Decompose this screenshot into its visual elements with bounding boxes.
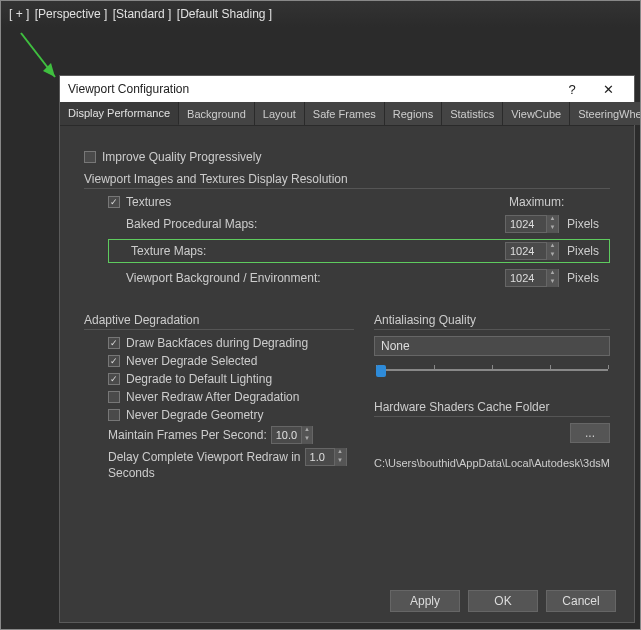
viewport-bg-value: 1024 bbox=[506, 272, 546, 284]
tab-background[interactable]: Background bbox=[179, 102, 255, 125]
apply-button[interactable]: Apply bbox=[390, 590, 460, 612]
fps-spinner[interactable]: 10.0▲▼ bbox=[271, 426, 313, 444]
never-redraw-label: Never Redraw After Degradation bbox=[126, 390, 299, 404]
draw-backfaces-checkbox[interactable] bbox=[108, 337, 120, 349]
cancel-button[interactable]: Cancel bbox=[546, 590, 616, 612]
baked-maps-label: Baked Procedural Maps: bbox=[108, 217, 499, 231]
maintain-fps-label: Maintain Frames Per Second: bbox=[108, 428, 267, 442]
browse-button[interactable]: ... bbox=[570, 423, 610, 443]
adaptive-degradation-group: Adaptive Degradation Draw Backfaces duri… bbox=[84, 305, 354, 484]
tab-safe-frames[interactable]: Safe Frames bbox=[305, 102, 385, 125]
tab-steeringwheels[interactable]: SteeringWheels bbox=[570, 102, 641, 125]
texture-maps-highlighted-row: Texture Maps: 1024 ▲▼ Pixels bbox=[108, 239, 610, 263]
tab-regions[interactable]: Regions bbox=[385, 102, 442, 125]
texture-maps-label: Texture Maps: bbox=[113, 244, 499, 258]
dialog-footer: Apply OK Cancel bbox=[60, 580, 634, 622]
help-button[interactable]: ? bbox=[554, 76, 590, 102]
resolution-grid: Textures Maximum: Baked Procedural Maps:… bbox=[108, 195, 610, 287]
improve-quality-row: Improve Quality Progressively bbox=[84, 150, 610, 164]
baked-maps-value: 1024 bbox=[506, 218, 546, 230]
improve-quality-label: Improve Quality Progressively bbox=[102, 150, 261, 164]
pixels-unit: Pixels bbox=[565, 244, 599, 258]
top-plus[interactable]: [ + ] bbox=[9, 7, 29, 21]
annotation-arrow bbox=[19, 31, 59, 81]
degrade-lighting-checkbox[interactable] bbox=[108, 373, 120, 385]
spinner-arrows-icon[interactable]: ▲▼ bbox=[546, 269, 558, 287]
viewport-config-dialog: Viewport Configuration ? ✕ Display Perfo… bbox=[59, 75, 635, 623]
aa-quality-dropdown[interactable]: None bbox=[374, 336, 610, 356]
viewport-label-bar: [ + ] [Perspective ] [Standard ] [Defaul… bbox=[1, 1, 640, 27]
draw-backfaces-label: Draw Backfaces during Degrading bbox=[126, 336, 308, 350]
tab-display-performance[interactable]: Display Performance bbox=[60, 102, 179, 125]
svg-marker-1 bbox=[43, 63, 55, 77]
never-degrade-geom-checkbox[interactable] bbox=[108, 409, 120, 421]
improve-quality-checkbox[interactable] bbox=[84, 151, 96, 163]
close-button[interactable]: ✕ bbox=[590, 76, 626, 102]
maximum-label: Maximum: bbox=[505, 195, 610, 209]
viewport-bg-label: Viewport Background / Environment: bbox=[108, 271, 499, 285]
texture-maps-spinner[interactable]: 1024 ▲▼ bbox=[505, 242, 559, 260]
never-degrade-selected-checkbox[interactable] bbox=[108, 355, 120, 367]
textures-checkbox[interactable] bbox=[108, 196, 120, 208]
delay-value: 1.0 bbox=[306, 451, 334, 463]
aa-title: Antialiasing Quality bbox=[374, 313, 610, 330]
tab-layout[interactable]: Layout bbox=[255, 102, 305, 125]
never-degrade-selected-label: Never Degrade Selected bbox=[126, 354, 257, 368]
never-degrade-geom-label: Never Degrade Geometry bbox=[126, 408, 263, 422]
tab-statistics[interactable]: Statistics bbox=[442, 102, 503, 125]
slider-thumb-icon[interactable] bbox=[376, 365, 386, 377]
spinner-arrows-icon[interactable]: ▲▼ bbox=[301, 426, 312, 444]
never-redraw-checkbox[interactable] bbox=[108, 391, 120, 403]
spinner-arrows-icon[interactable]: ▲▼ bbox=[546, 215, 558, 233]
viewport-bg-spinner[interactable]: 1024 ▲▼ bbox=[505, 269, 559, 287]
fps-value: 10.0 bbox=[272, 429, 301, 441]
cache-path: C:\Users\bouthid\AppData\Local\Autodesk\… bbox=[374, 457, 610, 469]
right-column: Antialiasing Quality None Hardware Shade… bbox=[374, 305, 610, 484]
tab-strip: Display Performance Background Layout Sa… bbox=[60, 102, 634, 126]
pixels-unit: Pixels bbox=[565, 217, 599, 231]
adaptive-title: Adaptive Degradation bbox=[84, 313, 354, 330]
texture-maps-value: 1024 bbox=[506, 245, 546, 257]
delay-redraw-label-2: Seconds bbox=[108, 466, 155, 480]
top-perspective[interactable]: [Perspective ] bbox=[35, 7, 108, 21]
svg-line-0 bbox=[21, 33, 55, 77]
top-standard[interactable]: [Standard ] bbox=[113, 7, 172, 21]
dialog-content: Improve Quality Progressively Viewport I… bbox=[60, 126, 634, 580]
spinner-arrows-icon[interactable]: ▲▼ bbox=[334, 448, 346, 466]
top-shading[interactable]: [Default Shading ] bbox=[177, 7, 272, 21]
degrade-lighting-label: Degrade to Default Lighting bbox=[126, 372, 272, 386]
tab-viewcube[interactable]: ViewCube bbox=[503, 102, 570, 125]
ok-button[interactable]: OK bbox=[468, 590, 538, 612]
pixels-unit: Pixels bbox=[565, 271, 599, 285]
aa-slider[interactable] bbox=[376, 362, 608, 378]
dialog-titlebar[interactable]: Viewport Configuration ? ✕ bbox=[60, 76, 634, 102]
spinner-arrows-icon[interactable]: ▲▼ bbox=[546, 242, 558, 260]
delay-spinner[interactable]: 1.0▲▼ bbox=[305, 448, 347, 466]
dialog-title: Viewport Configuration bbox=[68, 82, 554, 96]
baked-maps-spinner[interactable]: 1024 ▲▼ bbox=[505, 215, 559, 233]
delay-redraw-label-1: Delay Complete Viewport Redraw in bbox=[108, 450, 301, 464]
cache-title: Hardware Shaders Cache Folder bbox=[374, 400, 610, 417]
resolution-group-title: Viewport Images and Textures Display Res… bbox=[84, 172, 610, 189]
textures-label: Textures bbox=[126, 195, 171, 209]
